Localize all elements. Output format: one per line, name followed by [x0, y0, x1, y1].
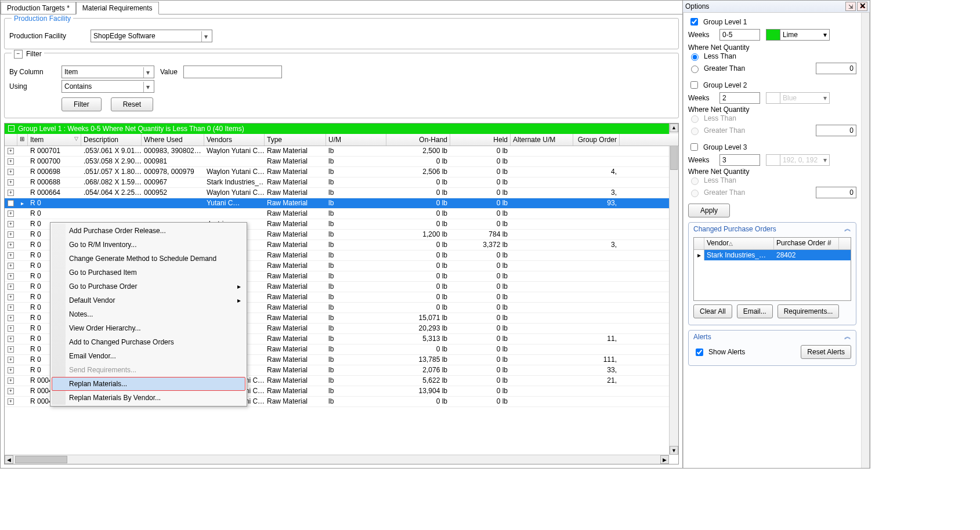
column-held[interactable]: Held	[450, 134, 511, 146]
scroll-down-icon[interactable]: ▼	[670, 446, 678, 455]
expand-row-icon[interactable]: +	[8, 252, 14, 259]
filter-collapse-icon[interactable]: −	[14, 50, 23, 59]
facility-select[interactable]: ShopEdge Software	[91, 30, 212, 42]
menu-item[interactable]: View Order Hierarchy...	[52, 321, 245, 335]
alerts-header[interactable]: Alerts︽	[691, 331, 854, 343]
column-alt-um[interactable]: Alternate U/M	[511, 134, 573, 146]
expand-row-icon[interactable]: +	[8, 242, 14, 248]
filter-value-input[interactable]	[183, 66, 282, 78]
column-config[interactable]: ⊞	[17, 134, 28, 146]
table-row[interactable]: +▸R 0Yutani C…Raw Materiallb0 lb0 lb93,	[5, 198, 678, 209]
threshold3-input[interactable]: 0	[816, 187, 856, 198]
group3-checkbox[interactable]: Group Level 3	[688, 141, 856, 153]
lessthan-radio-1[interactable]: Less Than	[688, 52, 856, 61]
group-header[interactable]: − Group Level 1 : Weeks 0-5 Where Net Qu…	[5, 124, 678, 134]
threshold2-input[interactable]: 0	[816, 125, 856, 136]
column-item[interactable]: Item▽	[28, 134, 81, 146]
menu-item[interactable]: Go to Purchase Order	[52, 279, 245, 293]
hscroll-thumb[interactable]	[15, 456, 67, 463]
menu-item[interactable]: Go to R/M Inventory...	[52, 238, 245, 252]
email-button[interactable]: Email...	[737, 304, 773, 318]
sg-row[interactable]: ▸ Stark Industries_… 28402	[694, 250, 851, 260]
menu-item[interactable]: Email Vendor...	[52, 349, 245, 363]
menu-item[interactable]: Add to Changed Purchase Orders	[52, 335, 245, 349]
sg-col-po[interactable]: Purchase Order #	[774, 238, 839, 249]
scroll-up-icon[interactable]: ▲	[670, 124, 678, 132]
expand-row-icon[interactable]: +	[8, 304, 14, 311]
expand-row-icon[interactable]: +	[8, 336, 14, 342]
sg-col-vendor[interactable]: Vendor△	[704, 238, 774, 249]
expand-row-icon[interactable]: +	[8, 284, 14, 290]
table-row[interactable]: +R 000700.053/.058 X 2.90…000981Raw Mate…	[5, 157, 678, 167]
expand-row-icon[interactable]: +	[8, 294, 14, 300]
menu-item[interactable]: Replan Materials...	[52, 377, 245, 391]
expand-row-icon[interactable]: +	[8, 210, 14, 217]
table-row[interactable]: +R 000701.053/.061 X 9.01…000983, 390802…	[5, 146, 678, 157]
expand-row-icon[interactable]: +	[8, 231, 14, 238]
horizontal-scrollbar[interactable]: ◀ ▶	[5, 455, 669, 464]
expand-row-icon[interactable]: +	[8, 221, 14, 227]
table-row[interactable]: +R 000688.068/.082 X 1.59…000967Stark In…	[5, 177, 678, 188]
expand-row-icon[interactable]: +	[8, 200, 14, 206]
filter-button[interactable]: Filter	[62, 97, 102, 111]
unpin-icon[interactable]: ⇲	[845, 2, 856, 11]
expand-row-icon[interactable]: +	[8, 315, 14, 321]
tab-material-requirements[interactable]: Material Requirements	[76, 2, 159, 14]
scroll-right-icon[interactable]: ▶	[660, 455, 669, 464]
vertical-scrollbar[interactable]: ▲ ▼	[669, 124, 678, 455]
column-type[interactable]: Type	[265, 134, 326, 146]
expand-row-icon[interactable]: +	[8, 325, 14, 332]
menu-item[interactable]: Replan Materials By Vendor...	[52, 391, 245, 405]
expand-row-icon[interactable]: +	[8, 273, 14, 279]
close-icon[interactable]: ✕	[859, 1, 866, 10]
column-onhand[interactable]: On-Hand	[386, 134, 450, 146]
expand-row-icon[interactable]: +	[8, 398, 14, 405]
menu-item[interactable]: Go to Purchased Item	[52, 266, 245, 279]
group1-checkbox[interactable]: Group Level 1	[688, 16, 856, 27]
expand-row-icon[interactable]: +	[8, 388, 14, 394]
table-row[interactable]: +R 0Raw Materiallb0 lb0 lb	[5, 209, 678, 219]
reset-alerts-button[interactable]: Reset Alerts	[801, 345, 851, 359]
menu-item[interactable]: Change Generate Method to Schedule Deman…	[52, 252, 245, 266]
color1-select[interactable]: Lime	[766, 29, 830, 41]
expand-row-icon[interactable]: +	[8, 263, 14, 269]
show-alerts-checkbox[interactable]: Show Alerts	[693, 347, 745, 358]
expand-row-icon[interactable]: +	[8, 158, 14, 165]
expand-row-icon[interactable]: +	[8, 377, 14, 384]
tab-production-targets[interactable]: Production Targets	[1, 2, 76, 14]
expand-row-icon[interactable]: +	[8, 179, 14, 186]
group2-checkbox[interactable]: Group Level 2	[688, 79, 856, 90]
expand-row-icon[interactable]: +	[8, 190, 14, 196]
clear-all-button[interactable]: Clear All	[693, 304, 732, 318]
expand-row-icon[interactable]: +	[8, 367, 14, 373]
menu-item[interactable]: Notes...	[52, 307, 245, 321]
group-collapse-icon[interactable]: −	[8, 125, 15, 132]
changed-po-header[interactable]: Changed Purchase Orders︽	[691, 223, 854, 235]
expand-row-icon[interactable]: +	[8, 169, 14, 175]
menu-item[interactable]: Add Purchase Order Release...	[52, 224, 245, 238]
column-um[interactable]: U/M	[326, 134, 386, 146]
side-scrollbar[interactable]	[861, 13, 869, 468]
reset-button[interactable]: Reset	[111, 97, 153, 111]
weeks1-input[interactable]: 0-5	[719, 29, 760, 41]
table-row[interactable]: +R 000664.054/.064 X 2.25…000952Waylon Y…	[5, 188, 678, 198]
column-description[interactable]: Description	[81, 134, 142, 146]
apply-button[interactable]: Apply	[688, 204, 730, 217]
table-row[interactable]: +R 000698.051/.057 X 1.80…000978, 000979…	[5, 167, 678, 177]
using-select[interactable]: Contains	[62, 80, 154, 93]
weeks3-input[interactable]: 3	[719, 154, 760, 166]
weeks2-input[interactable]: 2	[719, 92, 760, 104]
column-vendors[interactable]: Vendors	[204, 134, 265, 146]
column-where-used[interactable]: Where Used	[142, 134, 204, 146]
by-column-select[interactable]: Item	[62, 66, 154, 78]
requirements-button[interactable]: Requirements...	[778, 304, 840, 318]
menu-item[interactable]: Default Vendor	[52, 293, 245, 307]
expand-row-icon[interactable]: +	[8, 357, 14, 363]
expand-row-icon[interactable]: +	[8, 148, 14, 154]
changed-po-grid[interactable]: Vendor△ Purchase Order # ▸ Stark Industr…	[693, 237, 851, 301]
expand-row-icon[interactable]: +	[8, 346, 14, 353]
scroll-left-icon[interactable]: ◀	[5, 455, 13, 464]
greaterthan-radio-1[interactable]: Greater Than	[688, 64, 745, 73]
column-group-order[interactable]: Group Order	[573, 134, 620, 146]
threshold1-input[interactable]: 0	[816, 63, 856, 74]
